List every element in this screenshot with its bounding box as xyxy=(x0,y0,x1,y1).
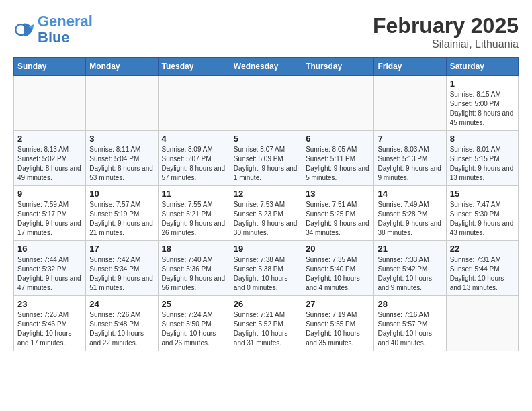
day-info: Sunrise: 7:35 AM Sunset: 5:40 PM Dayligh… xyxy=(306,255,370,293)
day-info: Sunrise: 8:03 AM Sunset: 5:13 PM Dayligh… xyxy=(378,145,442,183)
day-info: Sunrise: 7:55 AM Sunset: 5:21 PM Dayligh… xyxy=(162,200,226,238)
day-number: 9 xyxy=(17,189,82,199)
calendar-week-2: 2Sunrise: 8:13 AM Sunset: 5:02 PM Daylig… xyxy=(14,131,519,186)
day-number: 5 xyxy=(234,134,298,144)
page-title: February 2025 xyxy=(373,13,519,38)
day-info: Sunrise: 7:21 AM Sunset: 5:52 PM Dayligh… xyxy=(234,310,298,348)
day-number: 16 xyxy=(17,244,82,254)
weekday-header-sunday: Sunday xyxy=(14,58,86,76)
day-number: 10 xyxy=(89,189,154,199)
calendar-cell xyxy=(86,76,158,131)
calendar-week-4: 16Sunrise: 7:44 AM Sunset: 5:32 PM Dayli… xyxy=(14,241,519,296)
day-info: Sunrise: 7:28 AM Sunset: 5:46 PM Dayligh… xyxy=(17,310,82,348)
day-info: Sunrise: 7:16 AM Sunset: 5:57 PM Dayligh… xyxy=(378,310,442,348)
day-number: 7 xyxy=(378,134,442,144)
day-info: Sunrise: 7:33 AM Sunset: 5:42 PM Dayligh… xyxy=(378,255,442,293)
calendar-cell: 14Sunrise: 7:49 AM Sunset: 5:28 PM Dayli… xyxy=(374,186,446,241)
calendar-week-5: 23Sunrise: 7:28 AM Sunset: 5:46 PM Dayli… xyxy=(14,296,519,351)
calendar-cell: 3Sunrise: 8:11 AM Sunset: 5:04 PM Daylig… xyxy=(86,131,158,186)
day-number: 20 xyxy=(306,244,370,254)
calendar-cell: 11Sunrise: 7:55 AM Sunset: 5:21 PM Dayli… xyxy=(158,186,230,241)
calendar-cell: 5Sunrise: 8:07 AM Sunset: 5:09 PM Daylig… xyxy=(230,131,302,186)
calendar-cell: 23Sunrise: 7:28 AM Sunset: 5:46 PM Dayli… xyxy=(14,296,86,351)
day-number: 12 xyxy=(234,189,298,199)
day-number: 3 xyxy=(89,134,154,144)
calendar-cell: 10Sunrise: 7:57 AM Sunset: 5:19 PM Dayli… xyxy=(86,186,158,241)
day-number: 24 xyxy=(89,299,154,309)
day-number: 21 xyxy=(378,244,442,254)
calendar-cell: 15Sunrise: 7:47 AM Sunset: 5:30 PM Dayli… xyxy=(446,186,518,241)
calendar-cell: 2Sunrise: 8:13 AM Sunset: 5:02 PM Daylig… xyxy=(14,131,86,186)
day-number: 26 xyxy=(234,299,298,309)
logo: General Blue xyxy=(13,13,93,46)
calendar-cell: 25Sunrise: 7:24 AM Sunset: 5:50 PM Dayli… xyxy=(158,296,230,351)
day-info: Sunrise: 7:26 AM Sunset: 5:48 PM Dayligh… xyxy=(89,310,154,348)
day-number: 27 xyxy=(306,299,370,309)
weekday-header-tuesday: Tuesday xyxy=(158,58,230,76)
day-number: 6 xyxy=(306,134,370,144)
day-number: 1 xyxy=(450,79,515,89)
calendar-header-row: SundayMondayTuesdayWednesdayThursdayFrid… xyxy=(14,58,519,76)
day-info: Sunrise: 8:15 AM Sunset: 5:00 PM Dayligh… xyxy=(450,90,515,128)
calendar-cell xyxy=(14,76,86,131)
day-info: Sunrise: 8:13 AM Sunset: 5:02 PM Dayligh… xyxy=(17,145,82,183)
day-number: 25 xyxy=(162,299,226,309)
day-info: Sunrise: 7:24 AM Sunset: 5:50 PM Dayligh… xyxy=(162,310,226,348)
page-subtitle: Silainiai, Lithuania xyxy=(373,38,519,50)
weekday-header-saturday: Saturday xyxy=(446,58,518,76)
calendar-cell: 6Sunrise: 8:05 AM Sunset: 5:11 PM Daylig… xyxy=(302,131,374,186)
day-info: Sunrise: 7:42 AM Sunset: 5:34 PM Dayligh… xyxy=(89,255,154,293)
calendar-cell: 1Sunrise: 8:15 AM Sunset: 5:00 PM Daylig… xyxy=(446,76,518,131)
day-number: 11 xyxy=(162,189,226,199)
day-info: Sunrise: 7:53 AM Sunset: 5:23 PM Dayligh… xyxy=(234,200,298,238)
calendar-week-3: 9Sunrise: 7:59 AM Sunset: 5:17 PM Daylig… xyxy=(14,186,519,241)
calendar-cell xyxy=(446,296,518,351)
day-info: Sunrise: 8:07 AM Sunset: 5:09 PM Dayligh… xyxy=(234,145,298,183)
weekday-header-wednesday: Wednesday xyxy=(230,58,302,76)
day-number: 28 xyxy=(378,299,442,309)
calendar-cell: 16Sunrise: 7:44 AM Sunset: 5:32 PM Dayli… xyxy=(14,241,86,296)
day-info: Sunrise: 7:47 AM Sunset: 5:30 PM Dayligh… xyxy=(450,200,515,238)
calendar-cell: 28Sunrise: 7:16 AM Sunset: 5:57 PM Dayli… xyxy=(374,296,446,351)
calendar-cell: 20Sunrise: 7:35 AM Sunset: 5:40 PM Dayli… xyxy=(302,241,374,296)
day-info: Sunrise: 7:51 AM Sunset: 5:25 PM Dayligh… xyxy=(306,200,370,238)
calendar-cell: 8Sunrise: 8:01 AM Sunset: 5:15 PM Daylig… xyxy=(446,131,518,186)
day-number: 23 xyxy=(17,299,82,309)
calendar-cell: 13Sunrise: 7:51 AM Sunset: 5:25 PM Dayli… xyxy=(302,186,374,241)
day-number: 18 xyxy=(162,244,226,254)
day-number: 17 xyxy=(89,244,154,254)
title-block: February 2025 Silainiai, Lithuania xyxy=(373,13,519,50)
day-number: 22 xyxy=(450,244,515,254)
day-info: Sunrise: 7:44 AM Sunset: 5:32 PM Dayligh… xyxy=(17,255,82,293)
day-info: Sunrise: 7:40 AM Sunset: 5:36 PM Dayligh… xyxy=(162,255,226,293)
day-info: Sunrise: 7:38 AM Sunset: 5:38 PM Dayligh… xyxy=(234,255,298,293)
page-header: General Blue February 2025 Silainiai, Li… xyxy=(13,13,519,50)
calendar-cell: 27Sunrise: 7:19 AM Sunset: 5:55 PM Dayli… xyxy=(302,296,374,351)
day-info: Sunrise: 8:05 AM Sunset: 5:11 PM Dayligh… xyxy=(306,145,370,183)
day-number: 8 xyxy=(450,134,515,144)
calendar-cell xyxy=(230,76,302,131)
calendar-week-1: 1Sunrise: 8:15 AM Sunset: 5:00 PM Daylig… xyxy=(14,76,519,131)
day-info: Sunrise: 8:01 AM Sunset: 5:15 PM Dayligh… xyxy=(450,145,515,183)
calendar-cell: 26Sunrise: 7:21 AM Sunset: 5:52 PM Dayli… xyxy=(230,296,302,351)
day-number: 4 xyxy=(162,134,226,144)
calendar-table: SundayMondayTuesdayWednesdayThursdayFrid… xyxy=(13,57,519,351)
weekday-header-monday: Monday xyxy=(86,58,158,76)
day-info: Sunrise: 8:11 AM Sunset: 5:04 PM Dayligh… xyxy=(89,145,154,183)
day-number: 13 xyxy=(306,189,370,199)
day-number: 14 xyxy=(378,189,442,199)
weekday-header-thursday: Thursday xyxy=(302,58,374,76)
day-number: 2 xyxy=(17,134,82,144)
day-info: Sunrise: 7:57 AM Sunset: 5:19 PM Dayligh… xyxy=(89,200,154,238)
calendar-cell xyxy=(302,76,374,131)
calendar-cell: 24Sunrise: 7:26 AM Sunset: 5:48 PM Dayli… xyxy=(86,296,158,351)
day-info: Sunrise: 7:49 AM Sunset: 5:28 PM Dayligh… xyxy=(378,200,442,238)
day-info: Sunrise: 7:19 AM Sunset: 5:55 PM Dayligh… xyxy=(306,310,370,348)
calendar-cell: 4Sunrise: 8:09 AM Sunset: 5:07 PM Daylig… xyxy=(158,131,230,186)
day-number: 15 xyxy=(450,189,515,199)
logo-icon xyxy=(13,19,35,40)
day-number: 19 xyxy=(234,244,298,254)
weekday-header-friday: Friday xyxy=(374,58,446,76)
calendar-cell: 19Sunrise: 7:38 AM Sunset: 5:38 PM Dayli… xyxy=(230,241,302,296)
calendar-cell: 18Sunrise: 7:40 AM Sunset: 5:36 PM Dayli… xyxy=(158,241,230,296)
